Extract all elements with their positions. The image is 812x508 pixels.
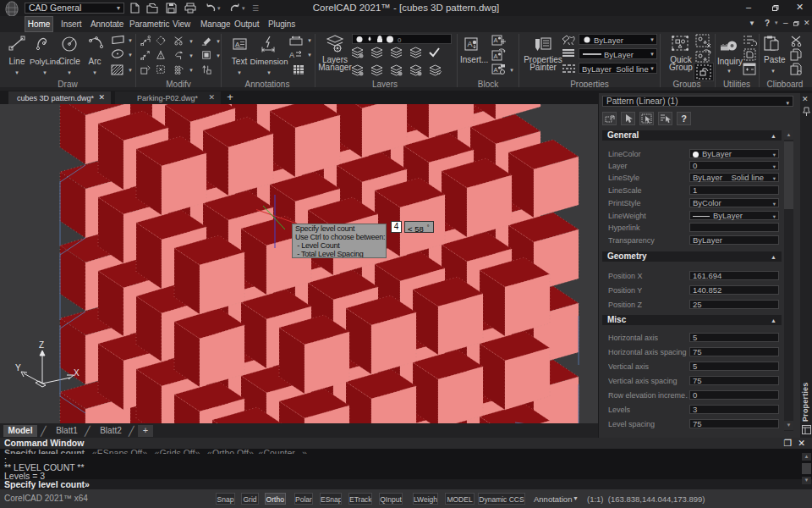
svg-text:0: 0 <box>398 36 402 43</box>
svg-text:A: A <box>494 36 498 44</box>
svg-text:A: A <box>289 51 294 59</box>
svg-text:A: A <box>494 52 498 60</box>
svg-text:A: A <box>468 40 473 48</box>
svg-text:X: X <box>74 368 80 378</box>
svg-text:A: A <box>494 66 498 74</box>
svg-text:Z: Z <box>39 340 44 350</box>
svg-text:Y: Y <box>15 363 21 373</box>
